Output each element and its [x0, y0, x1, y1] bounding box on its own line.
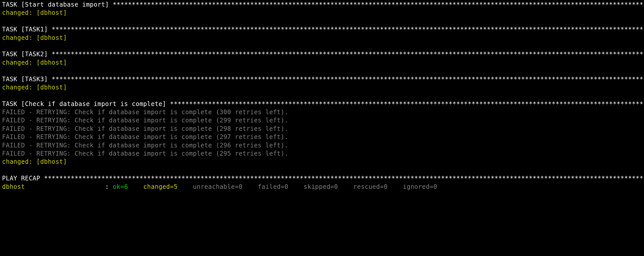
blank-line	[2, 166, 642, 174]
task-result-changed: changed: [dbhost]	[2, 9, 642, 17]
task-retry-line: FAILED - RETRYING: Check if database imp…	[2, 149, 642, 158]
task-header: TASK [TASK2] ***************************…	[2, 50, 642, 58]
blank-line	[2, 17, 642, 25]
task-retry-line: FAILED - RETRYING: Check if database imp…	[2, 141, 642, 149]
task-header: TASK [Start database import] ***********…	[2, 1, 642, 9]
blank-line	[2, 42, 642, 50]
task-result-changed: changed: [dbhost]	[2, 158, 642, 166]
task-retry-line: FAILED - RETRYING: Check if database imp…	[2, 125, 642, 133]
recap-failed: failed=0	[258, 183, 304, 190]
recap-ignored: ignored=0	[403, 183, 437, 190]
task-header: TASK [TASK3] ***************************…	[2, 75, 642, 83]
recap-host: dbhost	[2, 183, 105, 190]
play-recap-header: PLAY RECAP *****************************…	[2, 174, 642, 182]
task-header: TASK [TASK1] ***************************…	[2, 25, 642, 33]
task-retry-line: FAILED - RETRYING: Check if database imp…	[2, 133, 642, 141]
task-result-changed: changed: [dbhost]	[2, 59, 642, 67]
recap-skipped: skipped=0	[304, 183, 353, 190]
recap-colon: :	[105, 183, 113, 190]
task-retry-line: FAILED - RETRYING: Check if database imp…	[2, 116, 642, 124]
play-recap-row: dbhost : ok=6 changed=5 unreachable=0 fa…	[2, 183, 642, 191]
blank-line	[2, 67, 642, 75]
task-result-changed: changed: [dbhost]	[2, 34, 642, 42]
task-result-changed: changed: [dbhost]	[2, 83, 642, 91]
recap-ok: ok=6	[113, 183, 144, 190]
terminal-output: TASK [Start database import] ***********…	[0, 0, 644, 193]
recap-changed: changed=5	[143, 183, 193, 190]
task-header: TASK [Check if database import is comple…	[2, 100, 642, 108]
recap-rescued: rescued=0	[353, 183, 403, 190]
task-retry-line: FAILED - RETRYING: Check if database imp…	[2, 108, 642, 116]
recap-unreachable: unreachable=0	[193, 183, 258, 190]
blank-line	[2, 91, 642, 100]
